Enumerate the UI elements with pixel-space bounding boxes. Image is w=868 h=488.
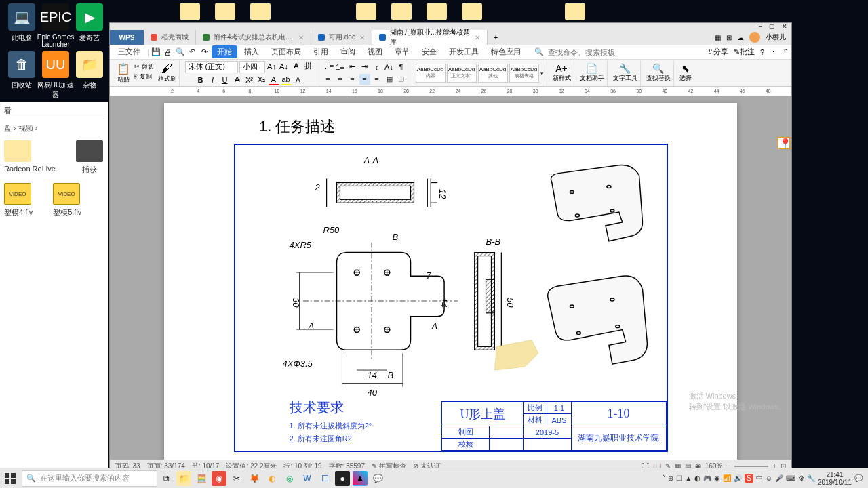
tb-select[interactable]: ⬉选择 <box>677 60 694 86</box>
explorer-item[interactable]: VIDEO塑模5.flv <box>53 183 81 218</box>
bold-icon[interactable]: B <box>195 75 206 85</box>
desktop-folder[interactable] <box>388 3 415 24</box>
bullets-icon[interactable]: ⋮≡ <box>323 62 334 73</box>
tray-icon[interactable]: ⊕ <box>668 474 673 482</box>
numbering-icon[interactable]: 1≡ <box>335 62 346 73</box>
print-icon[interactable]: 🖨 <box>163 47 174 58</box>
app-icon[interactable]: ◐ <box>264 471 279 486</box>
save-icon[interactable]: 💾 <box>151 47 161 58</box>
styles-expand-icon[interactable]: ▾ <box>540 70 544 77</box>
nav-pin-icon[interactable]: 📍 <box>778 137 790 149</box>
tab-daoke[interactable]: 稻壳商城 <box>144 30 196 45</box>
menu-special[interactable]: 特色应用 <box>486 45 526 58</box>
tray-volume-icon[interactable]: 🔊 <box>734 474 742 482</box>
desktop-folder[interactable] <box>458 3 486 24</box>
tray-icon[interactable]: 📶 <box>723 474 731 482</box>
sort-icon[interactable]: A↓ <box>384 62 395 73</box>
tb-newstyle[interactable]: A+新样式 <box>550 60 574 86</box>
taskview-icon[interactable]: ⧉ <box>159 471 174 486</box>
pinyin-icon[interactable]: 拼 <box>303 61 314 72</box>
wechat-icon[interactable]: 💬 <box>370 471 385 486</box>
clock[interactable]: 21:41 2019/10/11 <box>818 471 852 486</box>
menu-ref[interactable]: 引用 <box>308 45 334 58</box>
firefox-icon[interactable]: 🦊 <box>247 471 262 486</box>
app-icon[interactable]: ◉ <box>212 471 226 486</box>
menu-pagelayout[interactable]: 页面布局 <box>266 45 307 58</box>
tray-icon[interactable]: ▲ <box>685 474 692 482</box>
italic-icon[interactable]: I <box>208 75 218 85</box>
tab-close-icon[interactable]: ✕ <box>359 34 365 41</box>
menu-section[interactable]: 章节 <box>389 45 415 58</box>
cut-button[interactable]: ✂ 剪切 <box>134 62 154 71</box>
shading-icon[interactable]: ▦ <box>384 74 395 85</box>
tray-icon[interactable]: ☐ <box>676 474 682 482</box>
tray-icon[interactable]: ☺ <box>766 474 772 482</box>
app-icon[interactable]: ☐ <box>317 471 332 486</box>
preview-icon[interactable]: 🔍 <box>175 47 186 58</box>
tb-texttool[interactable]: 🔧文字工具 <box>610 60 641 86</box>
zoom-slider[interactable] <box>734 466 768 467</box>
sub-icon[interactable]: X₂ <box>256 75 267 85</box>
explorer-item[interactable]: 捕获 <box>76 140 103 175</box>
style-item[interactable]: AaBbCcDd表格表格 <box>509 64 539 83</box>
paste-icon[interactable]: 📋 <box>117 62 130 75</box>
share-button[interactable]: ⇪分享 <box>707 47 728 57</box>
font-size-select[interactable] <box>239 61 265 73</box>
min-icon[interactable]: – <box>759 23 762 30</box>
style-item[interactable]: AaBbCcDd正文文本1 <box>447 64 477 83</box>
tray-icon[interactable]: 🎤 <box>775 474 783 482</box>
app-icon[interactable]: ◎ <box>282 471 297 486</box>
menu-review[interactable]: 审阅 <box>335 45 361 58</box>
notification-icon[interactable]: 💬 <box>854 474 863 482</box>
note-button[interactable]: ✎批注 <box>734 47 755 57</box>
linespacing-icon[interactable]: ↕ <box>372 62 382 73</box>
menu-file[interactable]: 三文件 <box>113 45 146 58</box>
ime-lang[interactable]: 中 <box>756 474 763 483</box>
ruler[interactable]: 2468101214161820222426283032343638404244… <box>110 87 791 96</box>
tab-add-icon[interactable]: + <box>488 33 504 41</box>
tab-xlsx[interactable]: 附件4考试安排总表机电系.xlsx✕ <box>196 30 311 45</box>
highlight-icon[interactable]: ab <box>281 75 292 85</box>
strike-icon[interactable]: A̶ <box>232 75 243 85</box>
wps-icon[interactable]: W <box>300 471 315 486</box>
shrink-font-icon[interactable]: A↓ <box>279 61 290 72</box>
style-item[interactable]: AaBbCcDd其他 <box>478 64 508 83</box>
tray-icon[interactable]: ◉ <box>714 474 720 482</box>
wps-brand[interactable]: WPS <box>110 30 144 45</box>
start-button[interactable] <box>0 468 20 489</box>
close-icon[interactable]: ✕ <box>782 23 787 30</box>
font-name-select[interactable] <box>185 61 238 73</box>
more-icon[interactable]: ⋮ <box>770 47 777 56</box>
ime-icon[interactable]: S <box>745 474 753 483</box>
borders-icon[interactable]: ⊞ <box>396 74 407 85</box>
explorer-icon[interactable]: 📁 <box>176 471 191 486</box>
menu-dev[interactable]: 开发工具 <box>443 45 484 58</box>
explorer-breadcrumb[interactable]: 盘 › 视频 › <box>4 123 104 134</box>
avatar[interactable] <box>749 32 760 43</box>
indent-inc-icon[interactable]: ⇥ <box>359 62 370 73</box>
fmtpaint-icon[interactable]: 🖌 <box>158 62 176 75</box>
align-center-icon[interactable]: ≡ <box>335 74 346 85</box>
tb-docfix[interactable]: 📄文档助手 <box>577 60 608 86</box>
max-icon[interactable]: ▢ <box>769 23 775 30</box>
tray-icon[interactable]: ⚙ <box>798 474 804 482</box>
align-right-icon[interactable]: ≡ <box>347 74 358 85</box>
charborder-icon[interactable]: A <box>293 75 304 85</box>
menu-insert[interactable]: 插入 <box>239 45 264 58</box>
snip-icon[interactable]: ✂ <box>229 471 244 486</box>
desktop-folder[interactable] <box>247 3 274 24</box>
tab-current[interactable]: 湖南九嶷职业...技能考核题库✕ <box>372 30 488 45</box>
super-icon[interactable]: X² <box>244 75 255 85</box>
menu-security[interactable]: 安全 <box>416 45 442 58</box>
explorer-item[interactable]: VIDEO塑模4.flv <box>4 183 33 218</box>
collapse-icon[interactable]: ⌃ <box>783 47 789 56</box>
help-icon[interactable]: ? <box>760 48 764 56</box>
desktop-folder[interactable] <box>212 3 239 24</box>
grid-icon[interactable]: ▦ <box>715 34 721 41</box>
tab-close-icon[interactable]: ✕ <box>475 34 480 41</box>
grow-font-icon[interactable]: A↑ <box>267 61 277 72</box>
fontcolor-icon[interactable]: A <box>269 75 279 85</box>
desktop-folder[interactable] <box>423 3 450 24</box>
explorer-item[interactable]: Radeon ReLive <box>4 140 56 175</box>
desktop-icon-misc[interactable]: 📁杂物 <box>69 51 110 90</box>
